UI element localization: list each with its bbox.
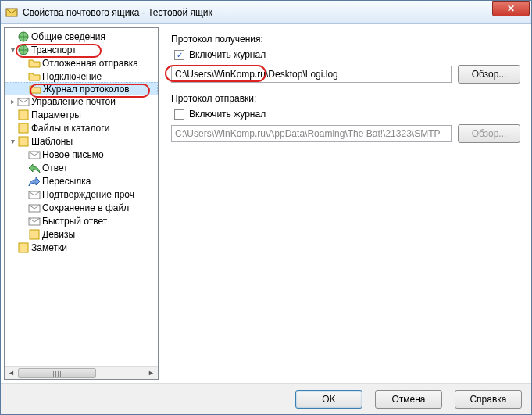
svg-rect-5 <box>19 123 28 133</box>
send-protocol-label: Протокол отправки: <box>171 93 520 104</box>
tree-item-label: Управление почтой <box>31 96 116 107</box>
tree-item-label: Заметки <box>31 242 67 253</box>
folder-clock-icon <box>28 57 41 70</box>
globe-icon <box>17 30 30 43</box>
tree-item-label: Ответ <box>42 163 68 174</box>
tree-item-label: Шаблоны <box>31 136 73 147</box>
tree-item[interactable]: Общие сведения <box>5 30 158 43</box>
receive-enable-checkbox[interactable] <box>174 50 184 60</box>
tree-item-label: Сохранение в файл <box>42 202 129 213</box>
svg-rect-11 <box>30 230 39 239</box>
window: Свойства почтового ящика - Тестовой ящик… <box>0 0 532 415</box>
scroll-left-arrow[interactable]: ◄ <box>5 367 18 380</box>
tree-item-label: Отложенная отправка <box>42 58 138 69</box>
tree-hscrollbar[interactable]: ◄ ► <box>5 366 158 379</box>
scroll-track[interactable] <box>18 367 145 380</box>
svg-rect-12 <box>19 243 28 252</box>
tree-item-label: Новое письмо <box>42 149 104 160</box>
tree-item-label: Файлы и каталоги <box>31 123 109 134</box>
titlebar: Свойства почтового ящика - Тестовой ящик… <box>1 1 531 24</box>
help-button[interactable]: Справка <box>455 390 522 409</box>
mail-confirm-icon <box>28 188 41 201</box>
files-icon <box>17 122 30 134</box>
mail-quick-icon <box>28 215 41 227</box>
tree-item[interactable]: Отложенная отправка <box>5 56 158 70</box>
mail-gear-icon <box>17 95 30 108</box>
tree-item[interactable]: Подключение <box>5 70 158 83</box>
receive-enable-label: Включить журнал <box>189 49 266 60</box>
tree-item[interactable]: Новое письмо <box>5 148 158 161</box>
expander-icon[interactable]: ▾ <box>8 45 17 54</box>
scroll-right-arrow[interactable]: ► <box>145 367 158 380</box>
tree-item-label: Параметры <box>31 109 81 120</box>
tree-item-label: Общие сведения <box>31 31 105 42</box>
tree-pane: Общие сведения▾ТранспортОтложенная отпра… <box>4 27 159 380</box>
tree-item[interactable]: ▸Управление почтой <box>5 95 158 108</box>
templates-icon <box>17 135 30 148</box>
receive-browse-button[interactable]: Обзор... <box>458 65 520 84</box>
mail-new-icon <box>28 148 41 161</box>
scroll-thumb[interactable] <box>18 368 96 378</box>
motto-icon <box>28 228 41 241</box>
tree-item-label: Транспорт <box>31 45 77 55</box>
send-enable-checkbox[interactable] <box>174 109 184 120</box>
tree-item[interactable]: Сохранение в файл <box>5 201 158 214</box>
folder-plug-icon <box>28 70 41 83</box>
tree-item[interactable]: Журнал протоколов <box>5 82 158 95</box>
tree-item-label: Пересылка <box>42 176 91 187</box>
svg-rect-6 <box>19 137 28 146</box>
app-icon <box>5 6 18 19</box>
notes-icon <box>17 241 30 254</box>
tree-item[interactable]: ▾Транспорт <box>5 43 158 56</box>
svg-rect-4 <box>19 110 28 120</box>
tree-item[interactable]: ▾Шаблоны <box>5 134 158 148</box>
settings-pane: Протокол получения: Включить журнал Обзо… <box>162 26 530 381</box>
dialog-button-bar: OK Отмена Справка <box>1 383 531 414</box>
tree-item[interactable]: Заметки <box>5 241 158 254</box>
tree[interactable]: Общие сведения▾ТранспортОтложенная отпра… <box>5 28 158 366</box>
tree-item[interactable]: Девизы <box>5 227 158 241</box>
tree-item[interactable]: Пересылка <box>5 174 158 188</box>
receive-protocol-label: Протокол получения: <box>171 34 520 45</box>
tree-item[interactable]: Файлы и каталоги <box>5 121 158 134</box>
tree-item-label: Подключение <box>42 71 102 82</box>
options-icon <box>17 109 30 121</box>
tree-item-label: Быстрый ответ <box>42 216 107 227</box>
tree-item[interactable]: Быстрый ответ <box>5 214 158 227</box>
mail-reply-icon <box>28 162 41 174</box>
receive-path-input[interactable] <box>171 66 452 83</box>
send-browse-button: Обзор... <box>458 124 520 143</box>
tree-item[interactable]: Ответ <box>5 161 158 174</box>
expander-icon[interactable]: ▸ <box>8 97 17 106</box>
ok-button[interactable]: OK <box>295 390 362 409</box>
folder-log-icon <box>29 83 41 95</box>
cancel-button[interactable]: Отмена <box>375 390 442 409</box>
close-button[interactable]: ✕ <box>492 1 530 16</box>
mail-forward-icon <box>28 175 41 188</box>
tree-item-label: Подтверждение проч <box>42 189 134 200</box>
tree-item[interactable]: Подтверждение проч <box>5 188 158 201</box>
send-path-input <box>171 125 452 142</box>
globe-arrow-icon <box>17 44 30 56</box>
mail-save-icon <box>28 202 41 214</box>
window-title: Свойства почтового ящика - Тестовой ящик <box>23 7 492 18</box>
send-enable-label: Включить журнал <box>189 109 266 120</box>
tree-item-label: Девизы <box>42 229 75 240</box>
content-area: Общие сведения▾ТранспортОтложенная отпра… <box>1 24 531 383</box>
expander-icon[interactable]: ▾ <box>8 137 17 145</box>
tree-item-label: Журнал протоколов <box>43 84 130 95</box>
tree-item[interactable]: Параметры <box>5 108 158 121</box>
